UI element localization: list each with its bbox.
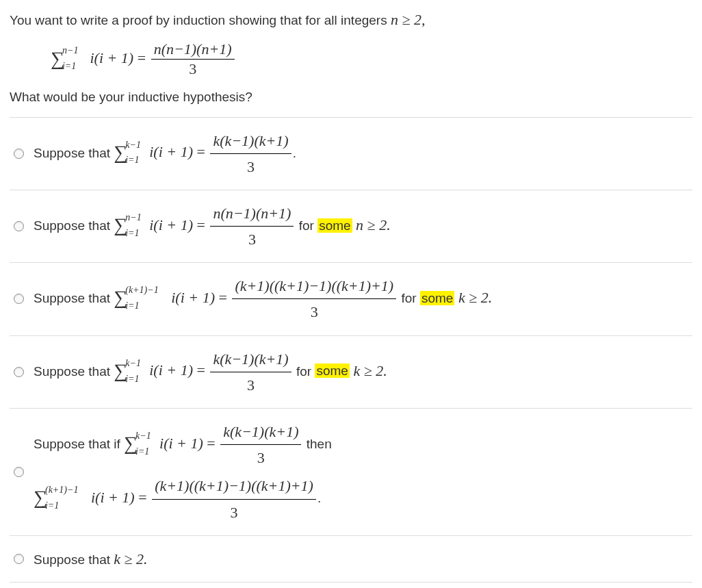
option-row[interactable]: Suppose that k ≥ 2.: [10, 536, 692, 583]
fraction: (k+1)((k+1)−1)((k+1)+1)3: [232, 274, 396, 324]
options-list: Suppose that ∑k−1i=1i(i + 1) = k(k−1)(k+…: [10, 117, 692, 589]
summation: ∑k−1i=1: [114, 142, 127, 166]
option-body: Suppose that ∑n−1i=1i(i + 1) = n(n−1)(n+…: [34, 201, 391, 251]
question-stem: You want to write a proof by induction s…: [10, 8, 692, 31]
question-line1-math: n ≥ 2,: [391, 11, 426, 28]
fraction: k(k−1)(k+1)3: [210, 347, 291, 397]
fraction: n(n−1)(n+1)3: [210, 201, 294, 251]
option-body: Suppose that ∑(k+1)−1i=1i(i + 1) = (k+1)…: [34, 274, 492, 324]
option-row[interactable]: Suppose that ∑k−1i=1i(i + 1) = k(k−1)(k+…: [10, 336, 692, 409]
radio-button[interactable]: [14, 149, 24, 159]
fraction: n(n−1)(n+1) 3: [151, 40, 235, 78]
option-body: Suppose that ∑k−1i=1i(i + 1) = k(k−1)(k+…: [34, 129, 296, 179]
radio-button[interactable]: [14, 221, 24, 231]
main-formula: ∑ n−1 i=1 i(i + 1) = n(n−1)(n+1) 3: [51, 40, 692, 78]
radio-button[interactable]: [14, 367, 24, 377]
fraction: (k+1)((k+1)−1)((k+1)+1)3: [152, 474, 316, 524]
summation: ∑(k+1)−1i=1: [114, 287, 127, 311]
option-body: Suppose that k ≥ 2.: [34, 547, 148, 571]
radio-button[interactable]: [14, 554, 24, 564]
option-row[interactable]: Suppose that if ∑k−1i=1i(i + 1) = k(k−1)…: [10, 409, 692, 536]
option-row[interactable]: Suppose that ∑k−1i=1i(i + 1) = k(k−1)(k+…: [10, 118, 692, 190]
summation: ∑n−1i=1: [114, 214, 127, 238]
option-body: Suppose that ∑k−1i=1i(i + 1) = k(k−1)(k+…: [34, 347, 387, 397]
radio-button[interactable]: [14, 467, 24, 477]
summation: ∑k−1i=1: [114, 360, 127, 384]
summation: ∑k−1i=1: [124, 433, 138, 457]
radio-button[interactable]: [14, 294, 24, 304]
option-row[interactable]: Suppose that ∑k−1i=1i(i + 1) = k(k−1)(k+…: [10, 583, 692, 588]
summation: ∑(k+1)−1i=1: [34, 487, 47, 511]
question-line1-text: You want to write a proof by induction s…: [10, 13, 391, 27]
option-row[interactable]: Suppose that ∑n−1i=1i(i + 1) = n(n−1)(n+…: [10, 190, 692, 263]
question-line2: What would be your inductive hypothesis?: [10, 88, 692, 107]
option-body: Suppose that if ∑k−1i=1i(i + 1) = k(k−1)…: [34, 420, 332, 524]
summation: ∑ n−1 i=1: [51, 49, 64, 69]
option-row[interactable]: Suppose that ∑(k+1)−1i=1i(i + 1) = (k+1)…: [10, 263, 692, 335]
fraction: k(k−1)(k+1)3: [220, 420, 301, 470]
fraction: k(k−1)(k+1)3: [210, 129, 291, 179]
